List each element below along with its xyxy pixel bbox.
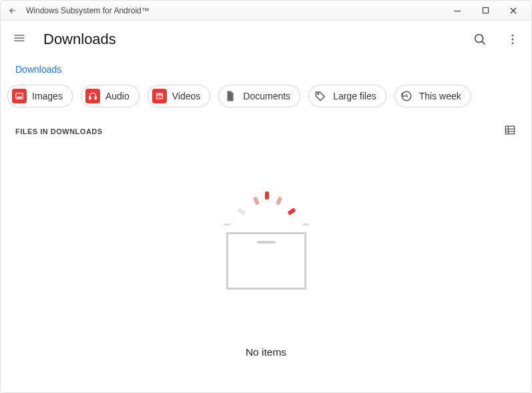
tag-icon <box>313 89 328 103</box>
filter-chip-videos[interactable]: Videos <box>148 85 211 107</box>
section-heading-row: FILES IN DOWNLOADS <box>1 118 531 142</box>
empty-state: No items <box>1 182 531 358</box>
chip-label: Images <box>32 91 63 101</box>
chip-label: Audio <box>105 91 129 101</box>
svg-rect-0 <box>454 11 461 11</box>
svg-rect-15 <box>505 126 514 134</box>
svg-point-14 <box>318 93 319 95</box>
app-header: Downloads <box>1 21 531 58</box>
svg-rect-11 <box>95 97 96 99</box>
close-button[interactable] <box>499 1 527 20</box>
list-view-toggle[interactable] <box>503 123 517 139</box>
clapper-icon <box>152 89 167 103</box>
more-options-button[interactable] <box>506 33 519 46</box>
chip-label: Videos <box>172 91 201 101</box>
svg-rect-3 <box>15 37 25 39</box>
search-button[interactable] <box>473 32 487 47</box>
menu-icon[interactable] <box>13 31 26 47</box>
filter-chip-large-files[interactable]: Large files <box>308 85 386 107</box>
maximize-button[interactable] <box>471 1 499 20</box>
document-icon <box>223 89 238 103</box>
svg-rect-4 <box>15 40 25 41</box>
filter-chip-documents[interactable]: Documents <box>218 85 300 107</box>
svg-rect-1 <box>483 7 488 13</box>
chip-label: Large files <box>333 91 376 101</box>
filter-chip-images[interactable]: Images <box>7 85 73 107</box>
chip-label: Documents <box>243 91 290 101</box>
chip-label: This week <box>419 91 461 101</box>
empty-message: No items <box>246 346 286 358</box>
filter-chip-this-week[interactable]: This week <box>394 85 471 107</box>
history-icon <box>399 89 414 103</box>
svg-rect-10 <box>89 97 91 99</box>
empty-illustration <box>213 182 320 302</box>
breadcrumb: Downloads <box>1 58 531 85</box>
back-button[interactable] <box>5 3 21 19</box>
section-heading: FILES IN DOWNLOADS <box>15 127 103 135</box>
filter-chip-audio[interactable]: Audio <box>81 85 140 107</box>
headphones-icon <box>85 89 100 103</box>
filter-chip-row: Images Audio Videos Documents Large file… <box>1 85 531 118</box>
page-title: Downloads <box>43 31 116 48</box>
window-titlebar: Windows Subsystem for Android™ <box>1 1 531 21</box>
svg-point-6 <box>512 35 514 37</box>
svg-point-8 <box>512 42 514 44</box>
svg-point-7 <box>512 39 514 41</box>
window-title: Windows Subsystem for Android™ <box>26 6 150 15</box>
image-icon <box>12 89 27 103</box>
svg-point-5 <box>475 35 483 43</box>
svg-rect-12 <box>156 95 162 99</box>
minimize-button[interactable] <box>443 1 471 20</box>
svg-rect-2 <box>15 35 25 36</box>
breadcrumb-item[interactable]: Downloads <box>15 64 61 75</box>
